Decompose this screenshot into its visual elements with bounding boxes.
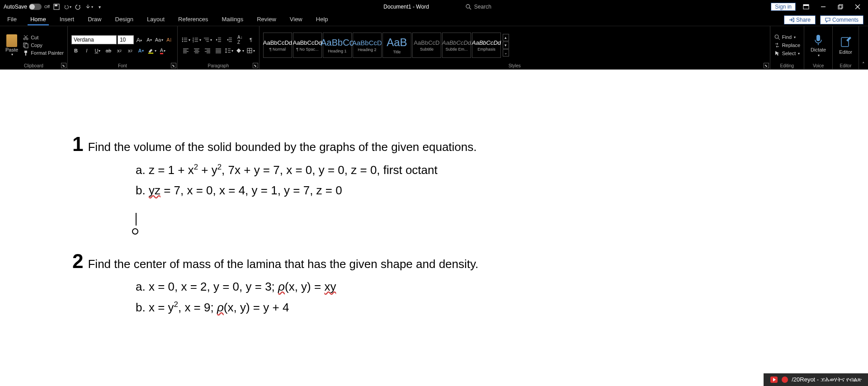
svg-rect-17 xyxy=(24,51,27,53)
tab-draw[interactable]: Draw xyxy=(85,14,104,25)
share-button[interactable]: Share xyxy=(784,15,816,24)
comments-button[interactable]: Comments xyxy=(820,15,863,24)
dictate-button[interactable]: Dictate▾ xyxy=(808,33,829,57)
show-marks-button[interactable]: ¶ xyxy=(246,35,255,44)
ribbon: Paste ▾ Cut Copy Format Painter Clipboar… xyxy=(0,26,868,70)
sign-in-button[interactable]: Sign in xyxy=(771,3,796,11)
align-right-button[interactable] xyxy=(203,46,212,55)
shrink-font-button[interactable]: A▾ xyxy=(145,35,154,44)
notification-toast[interactable]: /20Reyot - :የሕወሃትና የብልጽ xyxy=(764,373,868,386)
tab-view[interactable]: View xyxy=(287,14,305,25)
style-heading2[interactable]: AaBbCcDHeading 2 xyxy=(353,33,382,58)
cut-button[interactable]: Cut xyxy=(23,34,64,41)
paste-button[interactable]: Paste ▾ xyxy=(4,34,20,56)
tab-insert[interactable]: Insert xyxy=(57,14,77,25)
grow-font-button[interactable]: A▴ xyxy=(135,35,144,44)
style-subtitle[interactable]: AaBbCcDSubtitle xyxy=(412,33,441,58)
align-center-button[interactable] xyxy=(192,46,201,55)
record-dot-icon xyxy=(782,377,788,383)
style-subtle-em[interactable]: AaBbCcDdSubtle Em... xyxy=(442,33,471,58)
svg-point-22 xyxy=(182,39,183,40)
strikethrough-button[interactable]: ab xyxy=(104,46,113,55)
font-size-input[interactable] xyxy=(118,35,134,44)
tab-home[interactable]: Home xyxy=(28,14,49,25)
qat-more-icon[interactable]: ▾ xyxy=(85,3,93,11)
question-2a: a. x = 0, x = 2, y = 0, y = 3; ρ(x, y) =… xyxy=(136,280,868,294)
find-button[interactable]: Find▾ xyxy=(774,34,800,40)
underline-button[interactable]: U▾ xyxy=(93,46,102,55)
shading-button[interactable]: ▾ xyxy=(236,46,245,55)
text-effects-button[interactable]: A▾ xyxy=(137,46,146,55)
font-color-button[interactable]: A▾ xyxy=(158,46,167,55)
italic-button[interactable]: I xyxy=(82,46,91,55)
undo-icon[interactable]: ▾ xyxy=(63,3,71,11)
collapse-ribbon-button[interactable]: ˄ xyxy=(862,61,865,67)
close-button[interactable] xyxy=(851,0,864,13)
tab-file[interactable]: File xyxy=(5,14,19,25)
save-icon[interactable] xyxy=(52,3,61,11)
style-nospacing[interactable]: AaBbCcDd¶ No Spac... xyxy=(293,33,322,58)
autosave-toggle[interactable]: AutoSave Off xyxy=(4,4,50,10)
sort-button[interactable]: A↓Z xyxy=(236,35,245,44)
copy-button[interactable]: Copy xyxy=(23,42,64,48)
svg-rect-65 xyxy=(816,35,820,41)
styles-down-button[interactable]: ▾ xyxy=(503,42,509,49)
maximize-button[interactable] xyxy=(834,0,847,13)
scissors-icon xyxy=(23,34,29,41)
justify-button[interactable] xyxy=(214,46,223,55)
minimize-button[interactable] xyxy=(816,0,830,13)
svg-line-3 xyxy=(469,8,471,9)
superscript-button[interactable]: x2 xyxy=(126,46,135,55)
styles-launcher[interactable]: ⬊ xyxy=(764,63,769,68)
increase-indent-button[interactable] xyxy=(225,35,234,44)
question-1b: b. yz = 7, x = 0, x = 4, y = 1, y = 7, z… xyxy=(136,184,868,198)
decrease-indent-button[interactable] xyxy=(214,35,223,44)
svg-point-63 xyxy=(775,35,778,38)
tab-mailings[interactable]: Mailings xyxy=(219,14,246,25)
bold-button[interactable]: B xyxy=(71,46,80,55)
svg-rect-5 xyxy=(803,5,809,6)
replace-button[interactable]: Replace xyxy=(774,42,800,48)
group-editing: Find▾ Replace Select▾ Editing xyxy=(770,26,804,69)
format-painter-button[interactable]: Format Painter xyxy=(23,50,64,56)
style-heading1[interactable]: AaBbCcHeading 1 xyxy=(323,33,352,58)
document-body[interactable]: 1Find the volume of the solid bounded by… xyxy=(0,70,868,314)
svg-rect-8 xyxy=(839,5,843,8)
font-launcher[interactable]: ⬊ xyxy=(171,63,176,68)
bullets-button[interactable]: ▾ xyxy=(181,35,190,44)
multilevel-list-button[interactable]: ▾ xyxy=(203,35,212,44)
line-spacing-button[interactable]: ▾ xyxy=(225,46,234,55)
style-normal[interactable]: AaBbCcDd¶ Normal xyxy=(263,33,292,58)
tab-layout[interactable]: Layout xyxy=(144,14,167,25)
svg-point-2 xyxy=(466,5,470,8)
paragraph-launcher[interactable]: ⬊ xyxy=(253,63,258,68)
redo-icon[interactable] xyxy=(74,3,82,11)
styles-up-button[interactable]: ▴ xyxy=(503,34,509,41)
align-left-button[interactable] xyxy=(181,46,190,55)
numbering-button[interactable]: 123▾ xyxy=(192,35,201,44)
tab-help[interactable]: Help xyxy=(313,14,331,25)
tab-review[interactable]: Review xyxy=(254,14,279,25)
search-box[interactable]: Search xyxy=(465,4,491,10)
highlight-button[interactable]: ▾ xyxy=(147,46,156,55)
borders-button[interactable]: ▾ xyxy=(246,46,255,55)
share-icon xyxy=(789,17,794,23)
question-2: 2Find the center of mass of the lamina t… xyxy=(72,250,868,273)
subscript-button[interactable]: x2 xyxy=(115,46,124,55)
clipboard-launcher[interactable]: ⬊ xyxy=(61,63,66,68)
style-title[interactable]: AaBTitle xyxy=(382,33,411,58)
tab-design[interactable]: Design xyxy=(113,14,136,25)
question-1: 1Find the volume of the solid bounded by… xyxy=(72,133,868,155)
clear-formatting-button[interactable]: A⁞ xyxy=(165,35,174,44)
font-name-input[interactable] xyxy=(71,35,117,44)
tab-references[interactable]: References xyxy=(175,14,211,25)
select-button[interactable]: Select▾ xyxy=(774,50,800,56)
change-case-button[interactable]: Aa▾ xyxy=(155,35,164,44)
styles-more-button[interactable]: ⌄ xyxy=(503,49,509,56)
brush-icon xyxy=(23,50,29,56)
editor-button[interactable]: Editor xyxy=(836,36,855,55)
empty-bullet xyxy=(132,228,138,235)
ribbon-display-icon[interactable] xyxy=(799,0,813,13)
style-emphasis[interactable]: AaBbCcDdEmphasis xyxy=(472,33,501,58)
customize-qat-icon[interactable]: ▾ xyxy=(96,3,104,11)
